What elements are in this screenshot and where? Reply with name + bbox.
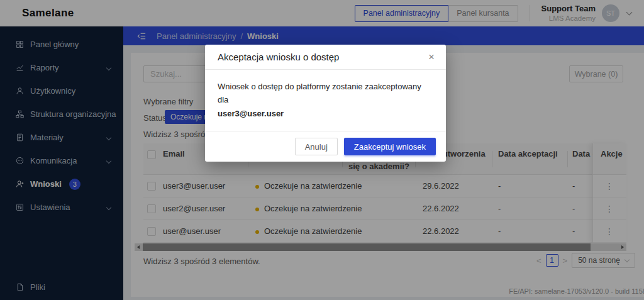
- cancel-button[interactable]: Anuluj: [295, 138, 338, 155]
- app-window: Samelane Panel administracyjny Panel kur…: [0, 0, 644, 300]
- modal-title: Akceptacja wniosku o dostęp: [218, 52, 339, 62]
- accept-request-button[interactable]: Zaakceptuj wniosek: [344, 138, 436, 155]
- modal-target-email: user3@user.user: [218, 109, 284, 118]
- accept-request-modal: Akceptacja wniosku o dostęp × Wniosek o …: [205, 45, 446, 162]
- modal-message: Wniosek o dostęp do platformy zostanie z…: [218, 82, 421, 104]
- close-icon[interactable]: ×: [428, 52, 435, 62]
- modal-body: Wniosek o dostęp do platformy zostanie z…: [205, 70, 446, 131]
